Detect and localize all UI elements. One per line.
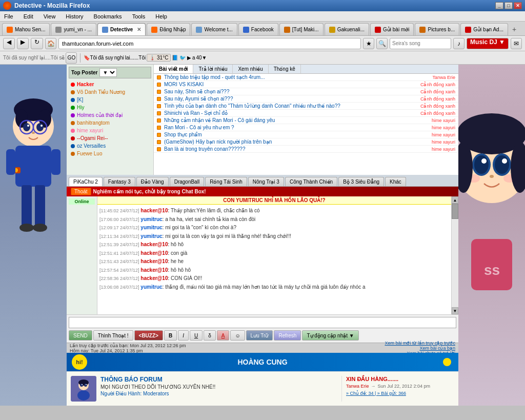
chat-user[interactable]: hacker@10 [140,250,168,256]
list-item[interactable]: Thông báo triệu tập mod - quét sạch 4rum… [154,74,458,81]
home-button[interactable]: 🏠 [45,38,56,49]
forum-tab-khac[interactable]: Khác [385,177,406,186]
address-bar[interactable] [58,38,361,49]
buzz-button[interactable]: <BUZZ> [134,330,163,341]
chat-user[interactable]: yumitruc [140,216,162,222]
social-icons[interactable]: 📘 🐦 ▶ [172,55,191,61]
forum-tab-nong-trai[interactable]: Nông Trại 3 [248,177,284,186]
chat-user[interactable]: hacker@10 [140,267,168,273]
send-button[interactable]: SEND [69,330,92,341]
forum-tab-fantasy[interactable]: Fantasy 3 [104,177,135,186]
maximize-button[interactable]: □ [504,2,513,9]
list-item[interactable]: (GameShow) Hãy bạn nick người phía trên … [154,138,458,146]
scroll-up-arrow[interactable]: ▲ [452,196,458,204]
tab-xem-nhieu[interactable]: Xem nhiều [233,65,268,73]
chat-scrollbar[interactable]: ▲ ▼ [451,196,458,314]
font-size-button[interactable]: δ [204,330,216,341]
menu-tools[interactable]: Tools [130,13,148,20]
emoji-button[interactable]: ☺ [230,330,245,341]
chat-user[interactable]: hacker@10 [140,208,168,213]
user-hiy[interactable]: Hiy [69,104,151,111]
search-bar[interactable] [390,38,451,49]
toolbar-lai-toi[interactable]: lai......Tôi [125,55,146,61]
amazon-icon[interactable]: a [192,55,195,61]
tab-tra-loi-nhieu[interactable]: Trả lời nhiều [193,65,233,73]
search-icon[interactable]: 🔍 [376,38,388,49]
tab-dang-nhap[interactable]: Đăng Nhập [147,23,190,35]
ann-title[interactable]: THÔNG BÁO FORUM [100,376,337,383]
tab-mahou[interactable]: Mahou Sen... [2,23,50,35]
new-tab-button[interactable]: + [509,23,519,35]
chat-input[interactable] [69,317,456,328]
forum-tab-dao-vang[interactable]: Đảo Vàng [136,177,169,186]
music-icon[interactable]: ♪ [453,38,465,49]
ann-meta-value[interactable]: Moderators [143,391,169,396]
ann-right-author[interactable]: Tanwa Erie [346,384,369,389]
menu-help[interactable]: Help [153,13,169,20]
forum-tab-bo-3[interactable]: Bộ 3 Siêu Đẳng [338,177,384,186]
tab-detective[interactable]: Detective ✕ [97,23,146,35]
forum-tab-pikachu[interactable]: PiKaChu 2 [69,177,103,186]
scroll-down-arrow[interactable]: ▼ [452,307,458,314]
status-link-1[interactable]: Xem bài mới từ lần truy cập trước [385,341,455,346]
list-item[interactable]: Tình yêu của bạn dành cho "Thám tử lừng … [154,103,458,110]
user-hacker[interactable]: Hacker [69,81,151,88]
toolbar-toi-icon[interactable]: 🔖Tôi [84,55,97,61]
chat-user[interactable]: yumitruc [140,225,162,230]
scroll-thumb[interactable] [452,204,458,219]
chat-user[interactable]: hacker@10 [140,275,168,281]
tab-welcome[interactable]: Welcome t... [191,23,237,35]
toolbar-nghi[interactable]: nghi [114,55,124,61]
user-holmes[interactable]: Holmes của thời đại [69,111,151,119]
music-dj-button[interactable]: Music DJ ▼ [467,38,509,49]
italic-button[interactable]: I [178,330,189,341]
list-item[interactable]: Những cảm nhận về Ran Mori - Cô gái đáng… [154,117,458,124]
tab-bai-viet-moi[interactable]: Bài viết mới [154,65,193,73]
tab-pictures[interactable]: Pictures b... [415,23,459,35]
menu-edit[interactable]: Edit [22,13,35,20]
tab-thong-ke[interactable]: Thống kê [269,65,301,73]
refresh-button[interactable]: Refresh [274,330,301,341]
menu-file[interactable]: File [2,13,15,20]
tab-close-detective[interactable]: ✕ [137,27,141,32]
top-poster-select[interactable]: ▼ [99,68,117,77]
font-color-button[interactable]: A [217,330,230,341]
tab-facebook[interactable]: Facebook [238,23,278,35]
tab-gakuen[interactable]: Gakuenali... [325,23,369,35]
tab-tut[interactable]: [Tut] Maki... [279,23,324,35]
chat-user[interactable]: yumitruc [140,284,162,290]
user-banh[interactable]: banhitrangtom [69,119,151,127]
list-item[interactable]: Sau này, Shin sẽ chọn ai??? Cảnh đồng xa… [154,88,458,95]
score-icon[interactable]: 40▼ [196,55,207,61]
go-button[interactable]: GO [66,52,77,64]
menu-history[interactable]: History [64,13,85,20]
forum-tab-cong-thanh[interactable]: Công Thành Chiến [285,177,337,186]
user-ogami[interactable]: --Ogami Rei-- [69,134,151,142]
save-button[interactable]: Lưu Trữ [246,330,273,341]
list-item[interactable]: Shop thực phẩm hime xayuri [154,131,458,138]
forum-tab-dragonball[interactable]: DragonBall [170,177,204,186]
tab-gui-ban[interactable]: Gửi bạn Ad... [460,23,508,35]
list-item[interactable]: Ran Mori - Cô ai yêu như em ? hime xayur… [154,124,458,131]
list-item[interactable]: MORI VS KISAKI Cảnh đồng xanh [154,81,458,88]
user-fuewe[interactable]: Fuewe Luo [69,150,151,157]
minimize-button[interactable]: _ [495,2,503,9]
ann-stats-link[interactable]: » Chủ đề: 34 | » Bài gửi: 366 [346,391,454,396]
tab-yumi[interactable]: yumi_vn - ... [51,23,96,35]
thoat-button[interactable]: Thoát [71,188,91,195]
chat-user[interactable]: hacker@10 [140,258,168,264]
mail-icon[interactable]: ✉ [511,38,522,49]
menu-view[interactable]: View [42,13,58,20]
list-item[interactable]: Sau này, Ayumi sẽ chọn ai??? Cảnh đồng x… [154,95,458,103]
user-vo-danh[interactable]: Vô Danh Tiểu Nương [69,88,151,96]
menu-bookmarks[interactable]: Bookmarks [92,13,124,20]
chat-user[interactable]: yumitruc [140,233,162,239]
tab-gui-bai[interactable]: Gửi bài mới [370,23,414,35]
auto-update-button[interactable]: Tự động cập nhật ▼ [302,330,358,341]
forum-tab-rong-tai-sinh[interactable]: Rồng Tái Sinh [205,177,247,186]
list-item[interactable]: Ban là ai trong truyên conan?????? hime … [154,146,458,153]
close-button[interactable]: ✕ [514,2,522,9]
user-oz[interactable]: oz Versailles [69,142,151,150]
bold-button[interactable]: B [164,330,177,341]
underline-button[interactable]: U [190,330,203,341]
